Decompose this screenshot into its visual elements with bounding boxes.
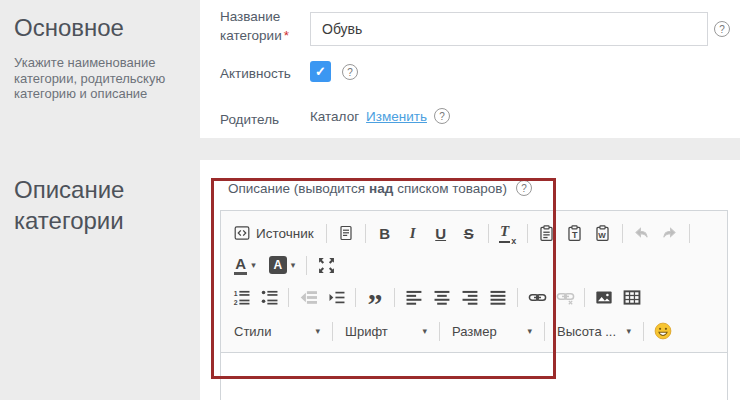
- image-icon: [595, 289, 613, 306]
- separator: [517, 288, 518, 307]
- svg-text:2: 2: [233, 298, 237, 305]
- source-code-icon: [234, 225, 250, 241]
- outdent-icon: [300, 289, 317, 306]
- undo-button[interactable]: [628, 220, 656, 246]
- chevron-down-icon: ▾: [251, 260, 256, 270]
- separator: [326, 224, 327, 243]
- text-color-button[interactable]: A ▾: [227, 252, 263, 278]
- separator: [332, 322, 333, 341]
- size-dropdown[interactable]: Размер ▾: [445, 318, 539, 344]
- numbered-list-button[interactable]: 1 2: [227, 284, 255, 310]
- toolbar-row-4: Стили ▾ Шрифт ▾ Размер ▾ Высо: [227, 314, 721, 348]
- undo-icon: [633, 225, 650, 242]
- emoji-button[interactable]: [649, 318, 677, 344]
- align-center-button[interactable]: [428, 284, 456, 310]
- section-main-description: Укажите наименование категории, родитель…: [14, 55, 184, 102]
- separator: [622, 224, 623, 243]
- parent-value: Каталог: [310, 109, 359, 124]
- remove-link-button[interactable]: [551, 284, 579, 310]
- section-description: Описание категории: [14, 174, 174, 236]
- editor-label: Описание (выводитсянадсписком товаров) ?: [228, 180, 532, 196]
- parent-label: Родитель: [220, 110, 302, 129]
- remove-format-button[interactable]: Tx: [494, 220, 522, 246]
- separator: [488, 224, 489, 243]
- link-icon: [528, 289, 547, 306]
- maximize-button[interactable]: [312, 252, 340, 278]
- paste-icon: [538, 225, 555, 242]
- separator: [544, 322, 545, 341]
- editor-content-area[interactable]: [221, 353, 727, 400]
- strikethrough-button[interactable]: S: [455, 220, 483, 246]
- table-icon: [623, 289, 641, 306]
- section-main-title: Основное: [14, 12, 192, 43]
- outdent-button[interactable]: [294, 284, 322, 310]
- italic-button[interactable]: I: [399, 220, 427, 246]
- align-right-icon: [462, 289, 479, 306]
- line-height-dropdown[interactable]: Высота ... ▾: [550, 318, 638, 344]
- chevron-down-icon: ▾: [291, 260, 296, 270]
- category-name-input[interactable]: [310, 12, 708, 46]
- unlink-icon: [556, 289, 575, 306]
- align-left-button[interactable]: [400, 284, 428, 310]
- toolbar-row-2: A ▾ A ▾: [227, 250, 721, 280]
- document-icon: [338, 225, 354, 241]
- justify-button[interactable]: [484, 284, 512, 310]
- paste-from-word-button[interactable]: W: [589, 220, 617, 246]
- insert-table-button[interactable]: [618, 284, 646, 310]
- styles-dropdown[interactable]: Стили ▾: [227, 318, 327, 344]
- underline-button[interactable]: U: [427, 220, 455, 246]
- source-button-label: Источник: [256, 226, 314, 241]
- background-color-button[interactable]: A ▾: [263, 252, 301, 278]
- paste-word-icon: W: [594, 225, 611, 242]
- insert-image-button[interactable]: [590, 284, 618, 310]
- line-height-dropdown-label: Высота ...: [557, 324, 616, 339]
- main-fields-panel: Название категории* ? Активность ✓ ? Род…: [200, 0, 740, 138]
- parent-help-icon[interactable]: ?: [434, 108, 450, 124]
- font-dropdown-label: Шрифт: [345, 324, 388, 339]
- separator: [584, 288, 585, 307]
- insert-link-button[interactable]: [523, 284, 551, 310]
- bullet-list-button[interactable]: [255, 284, 283, 310]
- indent-button[interactable]: [322, 284, 350, 310]
- font-dropdown[interactable]: Шрифт ▾: [338, 318, 434, 344]
- blockquote-button[interactable]: ”: [361, 284, 389, 310]
- activity-checkbox[interactable]: ✓: [310, 61, 331, 82]
- styles-dropdown-label: Стили: [234, 324, 271, 339]
- category-edit-page: Основное Укажите наименование категории,…: [0, 0, 740, 400]
- parent-change-link[interactable]: Изменить: [366, 109, 427, 124]
- bold-button[interactable]: B: [371, 220, 399, 246]
- name-field-label: Название категории*: [220, 7, 302, 45]
- checkmark-icon: ✓: [315, 64, 326, 79]
- align-right-button[interactable]: [456, 284, 484, 310]
- paste-plain-text-button[interactable]: T: [561, 220, 589, 246]
- separator: [394, 288, 395, 307]
- templates-button[interactable]: [332, 220, 360, 246]
- numbered-list-icon: 1 2: [233, 289, 250, 306]
- chevron-down-icon: ▾: [527, 326, 532, 336]
- separator: [355, 288, 356, 307]
- wysiwyg-editor: Источник B I U S: [220, 210, 728, 400]
- editor-help-icon[interactable]: ?: [516, 180, 532, 196]
- redo-button[interactable]: [656, 220, 684, 246]
- separator: [288, 288, 289, 307]
- toolbar-row-1: Источник B I U S: [227, 216, 721, 250]
- separator: [689, 224, 690, 243]
- parent-value-row: Каталог Изменить ?: [310, 108, 450, 124]
- source-button[interactable]: Источник: [227, 220, 321, 246]
- toolbar-row-3: 1 2: [227, 280, 721, 314]
- separator: [527, 224, 528, 243]
- separator: [643, 322, 644, 341]
- required-mark: *: [284, 28, 289, 43]
- activity-label: Активность: [220, 64, 302, 83]
- maximize-icon: [318, 257, 335, 274]
- activity-help-icon[interactable]: ?: [342, 64, 358, 80]
- section-description-title: Описание категории: [14, 174, 174, 236]
- chevron-down-icon: ▾: [315, 326, 320, 336]
- bullet-list-icon: [261, 289, 278, 306]
- chevron-down-icon: ▾: [422, 326, 427, 336]
- name-help-icon[interactable]: ?: [714, 21, 730, 37]
- editor-label-bold: над: [369, 181, 393, 196]
- justify-icon: [490, 289, 507, 306]
- svg-text:W: W: [598, 230, 606, 239]
- paste-button[interactable]: [533, 220, 561, 246]
